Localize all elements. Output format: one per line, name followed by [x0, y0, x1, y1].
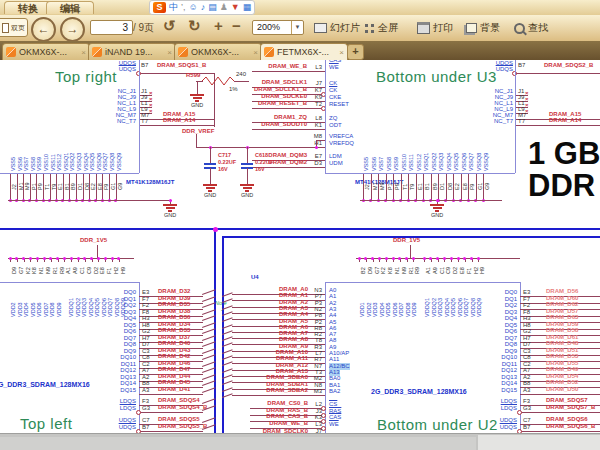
- wire: [17, 174, 18, 200]
- document-tab-2[interactable]: iNAND 19...×: [88, 43, 176, 60]
- vss-pin-name: VSSQ7: [468, 153, 474, 171]
- prev-page-button[interactable]: ←: [31, 17, 56, 42]
- menu-tab-convert[interactable]: 转换: [4, 1, 52, 14]
- pin-number: K1: [309, 122, 322, 129]
- new-tab-button[interactable]: +: [347, 44, 364, 60]
- wire: [461, 174, 462, 200]
- wire: [50, 174, 51, 200]
- next-page-button[interactable]: →: [60, 17, 85, 42]
- gnd-label: GND: [160, 212, 180, 218]
- page-total-label: / 9页: [133, 21, 154, 35]
- emoji-icon[interactable]: ☺: [189, 2, 198, 13]
- wire: [410, 245, 411, 258]
- pin-number: C7: [523, 417, 531, 424]
- pin-name: CKE: [329, 94, 341, 101]
- vss-pin-name: VSS12: [56, 154, 62, 171]
- pin-name: CK: [329, 80, 337, 87]
- wire: [423, 174, 424, 200]
- fullscreen-button[interactable]: 全屏: [365, 21, 398, 35]
- pin-name: UDQS: [486, 424, 517, 431]
- net-label: DRAM_SDQS7: [546, 397, 588, 404]
- wire: [468, 174, 469, 200]
- redo-icon[interactable]: ↻: [188, 17, 201, 35]
- wire: [43, 174, 44, 200]
- undo-icon[interactable]: ↺: [163, 17, 176, 35]
- punct-icon[interactable]: ’,: [181, 2, 186, 13]
- junction-dot: [392, 257, 395, 260]
- pin-number: A3: [142, 387, 149, 394]
- keyboard-icon[interactable]: ▤: [208, 2, 217, 13]
- slideshow-button[interactable]: 幻灯片: [314, 21, 360, 35]
- power-label-ddr-1v5: DDR_1V5: [393, 237, 420, 244]
- wire: [241, 163, 253, 165]
- vddq-pin-name: VDDQ2: [431, 298, 437, 317]
- capacitor-ref: C618: [255, 152, 268, 158]
- close-icon[interactable]: ×: [253, 48, 258, 57]
- background-button[interactable]: 背景: [466, 21, 500, 35]
- grid-icon[interactable]: ▦: [243, 2, 252, 13]
- zoom-out-button[interactable]: −: [232, 17, 241, 34]
- print-icon: [417, 22, 430, 34]
- dual-page-button[interactable]: 双页: [0, 18, 28, 37]
- vss-pin-name: VSSQ1: [423, 153, 429, 171]
- document-tab-3[interactable]: OKMX6X-...×: [174, 43, 262, 60]
- close-icon[interactable]: ×: [81, 48, 86, 57]
- scrollbar-thumb[interactable]: [478, 435, 600, 450]
- vddq-pin-name: VDDQ8: [470, 298, 476, 317]
- menu-tab-edit[interactable]: 编辑: [46, 1, 94, 14]
- wire: [193, 97, 202, 99]
- horizontal-scrollbar[interactable]: [0, 433, 600, 450]
- wire: [252, 108, 325, 109]
- pdf-file-icon: [92, 47, 102, 57]
- wire: [166, 207, 175, 209]
- pin-number: B7: [523, 424, 530, 431]
- junction-dot: [385, 257, 388, 260]
- net-label: DRAM_A14: [163, 117, 195, 124]
- vddq-pin-name: VDDQ3: [81, 298, 87, 317]
- person-icon[interactable]: ♟: [220, 2, 228, 13]
- vdd-pin-number: G7: [18, 267, 24, 274]
- zoom-level-select[interactable]: 200% ▼: [252, 20, 304, 35]
- tab-label: OKMX6X-...: [191, 47, 250, 57]
- ime-toolbar[interactable]: S 中’,☺♪▤♟▼▦: [149, 0, 255, 15]
- net-label: DRAM_SDQS2_B: [544, 62, 593, 69]
- vdd-pin-name: VDD2: [366, 302, 372, 317]
- wire: [83, 174, 84, 200]
- lang-icon[interactable]: 中: [169, 2, 178, 13]
- vss-pin-name: VSS9: [36, 157, 42, 171]
- wire: [252, 71, 325, 72]
- wire: [515, 60, 516, 173]
- scrollbar-track[interactable]: [0, 437, 476, 450]
- find-button[interactable]: 查找: [514, 21, 548, 35]
- wire: [232, 395, 325, 396]
- zoom-in-button[interactable]: +: [214, 17, 223, 34]
- chevron-down-icon[interactable]: ▼: [291, 21, 303, 34]
- wire: [476, 174, 477, 200]
- vdd-pin-number: R9: [59, 267, 65, 274]
- wire: [139, 73, 214, 74]
- close-icon[interactable]: ×: [167, 48, 172, 57]
- wire: [139, 125, 214, 126]
- document-tab-1[interactable]: OKMX6X-...×: [2, 43, 90, 60]
- sogou-logo-icon[interactable]: S: [153, 2, 166, 13]
- capacitor-voltage: 16V: [218, 166, 228, 172]
- print-button[interactable]: 打印: [417, 21, 453, 35]
- wire: [163, 204, 177, 206]
- pin-name: UDM: [329, 160, 343, 167]
- net-label: DRAM_SDQS5_B: [158, 423, 207, 430]
- vddq-pin-name: VDDQ1: [68, 298, 74, 317]
- junction-dot: [9, 257, 12, 260]
- close-icon[interactable]: ×: [339, 48, 344, 57]
- mic-icon[interactable]: ♪: [201, 2, 206, 13]
- document-tab-4[interactable]: FETMX6X-...×: [260, 43, 348, 60]
- part-name-left: 2G_DDR3_SDRAM_128MX16: [0, 381, 90, 388]
- vdd-pin-name: VDD2: [10, 302, 16, 317]
- pin-name: LDQS: [104, 398, 136, 405]
- vdd-pin-number: C9: [86, 267, 92, 274]
- page-number-input[interactable]: 3: [90, 20, 133, 35]
- clothes-icon[interactable]: ▼: [231, 2, 240, 13]
- capacity-text: DDR: [528, 168, 595, 204]
- document-canvas[interactable]: Top rightBottom under U3Top leftBottom u…: [0, 60, 600, 433]
- wire: [408, 174, 409, 200]
- wire: [515, 125, 600, 126]
